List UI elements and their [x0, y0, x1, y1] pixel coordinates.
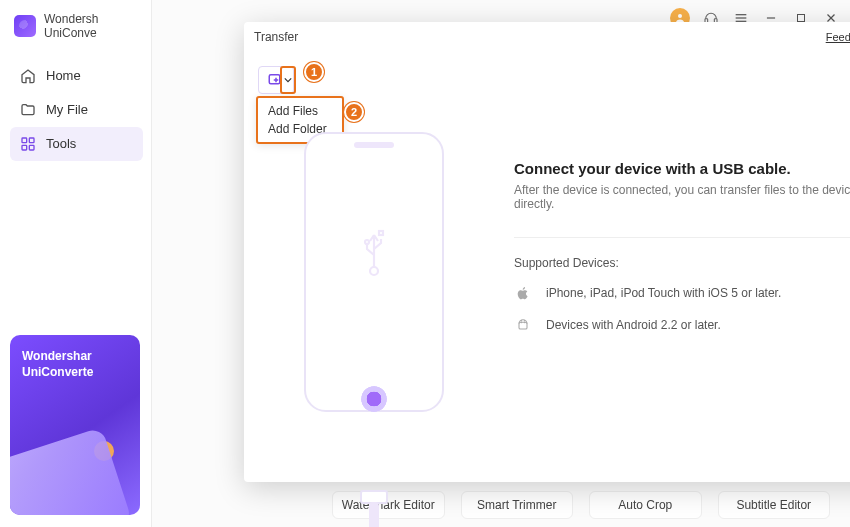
- promo-decor: [10, 427, 133, 515]
- brand: Wondersh UniConve: [10, 12, 143, 41]
- svg-rect-3: [29, 145, 34, 150]
- app-root: Wondersh UniConve Home My File Tools Won…: [0, 0, 850, 527]
- supported-title: Supported Devices:: [514, 256, 850, 270]
- connect-subline: After the device is connected, you can t…: [514, 183, 850, 211]
- nav-tools-label: Tools: [46, 136, 76, 151]
- transfer-modal: Transfer Feedback 1 Add Files Add Folder…: [244, 22, 850, 482]
- nav-myfiles[interactable]: My File: [10, 93, 143, 127]
- modal-title: Transfer: [254, 30, 298, 44]
- supported-android-text: Devices with Android 2.2 or later.: [546, 318, 721, 332]
- nav-home-label: Home: [46, 68, 81, 83]
- svg-point-4: [678, 14, 682, 18]
- tool-auto-crop[interactable]: Auto Crop: [589, 491, 702, 519]
- svg-point-21: [521, 322, 522, 323]
- promo-line1: Wondershar: [22, 349, 128, 363]
- svg-point-19: [365, 240, 369, 244]
- info-col: Connect your device with a USB cable. Af…: [504, 112, 850, 482]
- svg-rect-11: [798, 15, 805, 22]
- connect-headline: Connect your device with a USB cable.: [514, 160, 850, 177]
- svg-rect-2: [22, 145, 27, 150]
- brand-text: Wondersh UniConve: [44, 12, 98, 41]
- svg-rect-18: [379, 231, 383, 235]
- supported-ios-text: iPhone, iPad, iPod Touch with iOS 5 or l…: [546, 286, 781, 300]
- usb-icon: [362, 229, 386, 277]
- promo-line2: UniConverte: [22, 365, 128, 379]
- nav-tools[interactable]: Tools: [10, 127, 143, 161]
- svg-rect-20: [519, 322, 527, 329]
- feedback-link[interactable]: Feedback: [826, 31, 850, 43]
- svg-point-17: [370, 267, 378, 275]
- svg-rect-0: [22, 138, 27, 143]
- brand-line2: UniConve: [44, 26, 98, 40]
- tool-smart-trimmer[interactable]: Smart Trimmer: [461, 491, 574, 519]
- home-button-icon: [361, 386, 387, 412]
- bottom-tool-row: Watermark Editor Smart Trimmer Auto Crop…: [332, 491, 830, 519]
- apple-icon: [514, 284, 532, 302]
- tool-subtitle-editor[interactable]: Subtitle Editor: [718, 491, 831, 519]
- supported-ios-row: iPhone, iPad, iPod Touch with iOS 5 or l…: [514, 284, 850, 302]
- folder-icon: [20, 102, 36, 118]
- brand-logo-icon: [14, 15, 36, 37]
- svg-rect-1: [29, 138, 34, 143]
- brand-line1: Wondersh: [44, 12, 98, 26]
- cable-icon: [369, 502, 379, 527]
- tool-watermark-editor[interactable]: Watermark Editor: [332, 491, 445, 519]
- svg-point-22: [524, 322, 525, 323]
- add-media-dropdown-toggle[interactable]: [280, 66, 296, 94]
- nav-home[interactable]: Home: [10, 59, 143, 93]
- annotation-badge-1: 1: [304, 62, 324, 82]
- main-area: use video ake your d out. HD video for n…: [152, 0, 850, 527]
- device-illustration-col: [244, 112, 504, 482]
- modal-header: Transfer Feedback: [244, 22, 850, 52]
- divider: [514, 237, 850, 238]
- modal-body: Connect your device with a USB cable. Af…: [244, 112, 850, 482]
- sidebar: Wondersh UniConve Home My File Tools Won…: [0, 0, 152, 527]
- promo-card[interactable]: Wondershar UniConverte: [10, 335, 140, 515]
- android-icon: [514, 316, 532, 334]
- nav-myfiles-label: My File: [46, 102, 88, 117]
- grid-icon: [20, 136, 36, 152]
- home-icon: [20, 68, 36, 84]
- supported-android-row: Devices with Android 2.2 or later.: [514, 316, 850, 334]
- phone-outline-icon: [304, 132, 444, 412]
